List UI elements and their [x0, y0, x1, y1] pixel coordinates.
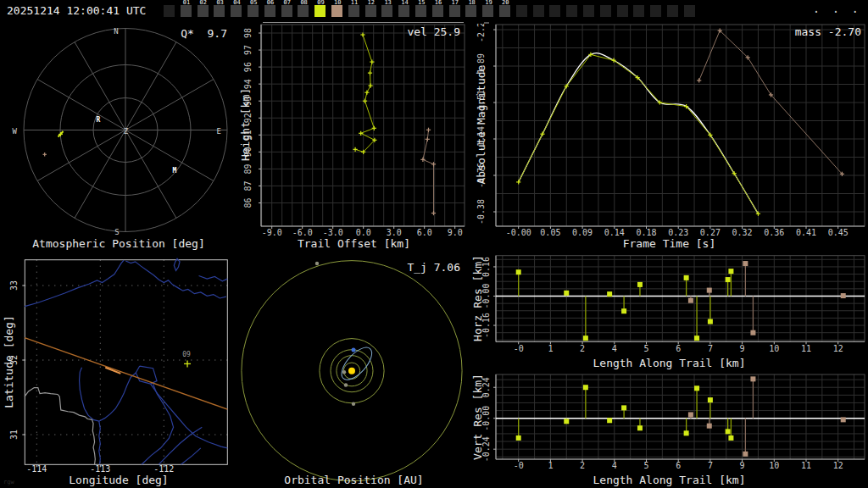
- svg-text:-113: -113: [90, 464, 110, 474]
- svg-text:0.09: 0.09: [572, 228, 593, 237]
- frame-thumbnail-05[interactable]: [248, 5, 259, 17]
- frame-thumbnail-06[interactable]: [264, 5, 275, 17]
- timestamp: 20251214 12:00:41 UTC: [7, 4, 146, 17]
- vertical-residuals-chart: -012456791011120.24-0.00-0.24: [470, 366, 868, 488]
- map-grid: -114-113-112333231: [9, 260, 227, 474]
- svg-text:-0.76: -0.76: [476, 163, 486, 188]
- planet-venus: [344, 383, 348, 386]
- frame-thumbnail-02[interactable]: [198, 5, 209, 17]
- frame-thumbnail-01[interactable]: [181, 5, 192, 17]
- svg-text:92: 92: [243, 113, 253, 123]
- vertical-residuals-axes: -012456791011120.24-0.00-0.24: [481, 374, 865, 470]
- svg-text:0.41: 0.41: [796, 228, 816, 237]
- frame-thumbnail-13[interactable]: [381, 5, 392, 17]
- frame-thumbnail-blank[interactable]: [617, 5, 628, 17]
- frame-thumbnail-14[interactable]: [398, 5, 409, 17]
- svg-text:0.24: 0.24: [481, 377, 491, 397]
- frame-thumbnail-10[interactable]: [331, 5, 342, 17]
- frame-strip-scrollbar[interactable]: [263, 22, 464, 23]
- horizontal-residuals-chart: -012456791011120.16-0.00-0.16: [470, 250, 868, 366]
- svg-text:N: N: [114, 27, 118, 36]
- frame-thumbnail-07[interactable]: [281, 5, 292, 17]
- meteoroid-orbit: [337, 342, 377, 385]
- light-curve-axes: -0.000.050.090.140.180.230.270.320.360.4…: [476, 24, 865, 237]
- polar-detections: [43, 131, 64, 157]
- svg-text:5: 5: [643, 344, 648, 353]
- frame-thumbnail-blank[interactable]: [667, 5, 678, 17]
- map-trajectory: [25, 338, 227, 409]
- frame-thumbnail-08[interactable]: [298, 5, 309, 17]
- svg-text:91: 91: [243, 130, 253, 140]
- overflow-menu-button[interactable]: . . .: [813, 2, 861, 15]
- map-event-marker: 09: [182, 351, 191, 367]
- frame-thumbnail-09[interactable]: [314, 5, 326, 17]
- svg-text:-3.0: -3.0: [323, 228, 343, 237]
- svg-text:7: 7: [708, 344, 713, 353]
- frame-thumbnail-blank[interactable]: [600, 5, 611, 17]
- svg-text:31: 31: [9, 430, 19, 440]
- planet-earth: [352, 348, 356, 352]
- svg-text:9: 9: [740, 344, 745, 353]
- frame-thumbnail-blank[interactable]: [566, 5, 577, 17]
- frame-thumbnail-03[interactable]: [214, 5, 225, 17]
- meteor-analysis-dashboard: { "top_bar": { "timestamp": "20251214 12…: [0, 0, 868, 488]
- svg-text:7: 7: [708, 461, 713, 470]
- vertical-residuals-series-station-1: [516, 385, 734, 441]
- svg-text:-1.89: -1.89: [476, 53, 486, 79]
- frame-thumbnail-19[interactable]: [482, 5, 493, 17]
- frame-thumbnail-11[interactable]: [348, 5, 359, 17]
- planet-jupiter: [315, 262, 319, 265]
- frame-thumbnail-16[interactable]: [432, 5, 443, 17]
- light-curve-series-station-1: [516, 53, 760, 216]
- frame-thumbnail-blank[interactable]: [516, 5, 527, 17]
- svg-text:86: 86: [243, 197, 253, 208]
- svg-text:-0.16: -0.16: [481, 313, 491, 338]
- svg-text:9: 9: [740, 461, 745, 470]
- svg-text:6.0: 6.0: [417, 228, 432, 237]
- frame-thumbnail-blank[interactable]: [684, 5, 695, 17]
- frame-thumbnail-15[interactable]: [415, 5, 426, 17]
- frame-thumbnail-blank[interactable]: [164, 5, 175, 17]
- svg-text:M: M: [173, 167, 177, 175]
- ground-track-map: -114-113-11233323109: [0, 250, 237, 488]
- svg-text:4: 4: [612, 461, 617, 470]
- svg-text:1: 1: [548, 344, 553, 353]
- svg-text:11: 11: [801, 461, 811, 470]
- horizontal-residuals-series-station-1: [516, 269, 734, 341]
- svg-text:0.0: 0.0: [356, 228, 371, 237]
- frame-thumbnail-20[interactable]: [499, 5, 510, 17]
- svg-text:10: 10: [769, 461, 779, 470]
- svg-text:6: 6: [676, 461, 681, 470]
- svg-text:94: 94: [243, 79, 253, 89]
- svg-text:-0.00: -0.00: [481, 283, 491, 308]
- svg-text:12: 12: [833, 344, 843, 353]
- height-profile-series-station-2: [420, 128, 436, 215]
- svg-text:98: 98: [243, 28, 253, 38]
- frame-thumbnail-blank[interactable]: [549, 5, 560, 17]
- svg-text:0.32: 0.32: [732, 228, 753, 237]
- frame-thumbnail-18[interactable]: [465, 5, 476, 17]
- frame-thumbnail-blank[interactable]: [650, 5, 661, 17]
- orbital-position-chart: [237, 250, 470, 488]
- svg-text:0.23: 0.23: [668, 228, 688, 237]
- svg-text:2: 2: [580, 344, 585, 353]
- svg-text:0.16: 0.16: [481, 257, 491, 277]
- svg-text:E: E: [217, 127, 221, 136]
- svg-text:-0: -0: [514, 461, 524, 470]
- svg-text:3.0: 3.0: [387, 228, 402, 237]
- planet-mercury: [342, 370, 346, 374]
- frame-thumbnail-blank[interactable]: [633, 5, 644, 17]
- svg-text:-1.51: -1.51: [476, 90, 486, 115]
- svg-text:-1.14: -1.14: [476, 126, 486, 152]
- svg-text:-6.0: -6.0: [292, 228, 313, 237]
- frame-thumbnail-blank[interactable]: [533, 5, 544, 17]
- svg-text:R: R: [97, 116, 101, 124]
- frame-thumbnail-17[interactable]: [449, 5, 460, 17]
- svg-text:96: 96: [243, 62, 253, 72]
- frame-thumbnail-12[interactable]: [365, 5, 376, 17]
- frame-thumbnail-blank[interactable]: [583, 5, 594, 17]
- svg-text:S: S: [114, 228, 119, 236]
- svg-text:-0.00: -0.00: [481, 406, 491, 431]
- frame-thumbnail-04[interactable]: [231, 5, 242, 17]
- svg-text:90: 90: [243, 147, 253, 157]
